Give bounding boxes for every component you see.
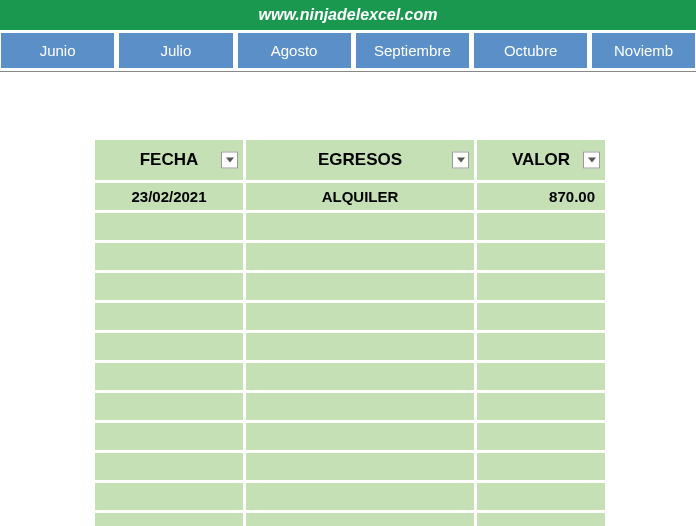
- empty-cell[interactable]: [95, 393, 243, 420]
- empty-cell[interactable]: [246, 453, 474, 480]
- table-row[interactable]: [95, 423, 605, 450]
- table-row[interactable]: [95, 513, 605, 526]
- table-row[interactable]: [95, 213, 605, 240]
- tab-septiembre[interactable]: Septiembre: [355, 32, 470, 69]
- empty-cell[interactable]: [95, 303, 243, 330]
- empty-cell[interactable]: [95, 483, 243, 510]
- tab-agosto[interactable]: Agosto: [237, 32, 352, 69]
- header-fecha: FECHA: [95, 140, 243, 180]
- data-table: FECHA EGRESOS VALOR 23/02/2021ALQUILER87…: [92, 137, 608, 526]
- table-row[interactable]: [95, 483, 605, 510]
- table-row[interactable]: [95, 393, 605, 420]
- empty-cell[interactable]: [246, 213, 474, 240]
- empty-cell[interactable]: [95, 333, 243, 360]
- empty-cell[interactable]: [246, 273, 474, 300]
- empty-cell[interactable]: [477, 423, 605, 450]
- empty-cell[interactable]: [477, 483, 605, 510]
- empty-cell[interactable]: [477, 273, 605, 300]
- table-row[interactable]: [95, 303, 605, 330]
- filter-dropdown-icon[interactable]: [452, 152, 469, 169]
- tab-junio[interactable]: Junio: [0, 32, 115, 69]
- empty-cell[interactable]: [95, 273, 243, 300]
- header-egresos-label: EGRESOS: [318, 150, 402, 169]
- tab-octubre[interactable]: Octubre: [473, 32, 588, 69]
- empty-cell[interactable]: [246, 393, 474, 420]
- empty-cell[interactable]: [246, 303, 474, 330]
- table-row[interactable]: [95, 453, 605, 480]
- empty-cell[interactable]: [95, 423, 243, 450]
- empty-cell[interactable]: [246, 333, 474, 360]
- cell-egresos[interactable]: ALQUILER: [246, 183, 474, 210]
- table-row[interactable]: [95, 243, 605, 270]
- empty-cell[interactable]: [477, 243, 605, 270]
- empty-cell[interactable]: [95, 213, 243, 240]
- cell-fecha[interactable]: 23/02/2021: [95, 183, 243, 210]
- empty-cell[interactable]: [95, 243, 243, 270]
- table-body: 23/02/2021ALQUILER870.00: [95, 183, 605, 526]
- content-area: FECHA EGRESOS VALOR 23/02/2021ALQUILER87…: [0, 72, 696, 526]
- empty-cell[interactable]: [95, 363, 243, 390]
- empty-cell[interactable]: [477, 363, 605, 390]
- table-row[interactable]: [95, 333, 605, 360]
- table-row[interactable]: [95, 273, 605, 300]
- header-valor-label: VALOR: [512, 150, 570, 169]
- header-valor: VALOR: [477, 140, 605, 180]
- empty-cell[interactable]: [246, 483, 474, 510]
- empty-cell[interactable]: [477, 303, 605, 330]
- filter-dropdown-icon[interactable]: [221, 152, 238, 169]
- header-url-text: www.ninjadelexcel.com: [258, 6, 437, 23]
- month-tabs-row: Junio Julio Agosto Septiembre Octubre No…: [0, 30, 696, 72]
- empty-cell[interactable]: [477, 513, 605, 526]
- table-row[interactable]: 23/02/2021ALQUILER870.00: [95, 183, 605, 210]
- empty-cell[interactable]: [477, 393, 605, 420]
- empty-cell[interactable]: [246, 243, 474, 270]
- empty-cell[interactable]: [246, 513, 474, 526]
- table-row[interactable]: [95, 363, 605, 390]
- empty-cell[interactable]: [95, 453, 243, 480]
- empty-cell[interactable]: [477, 333, 605, 360]
- tab-noviembre[interactable]: Noviemb: [591, 32, 696, 69]
- empty-cell[interactable]: [95, 513, 243, 526]
- empty-cell[interactable]: [477, 213, 605, 240]
- filter-dropdown-icon[interactable]: [583, 152, 600, 169]
- header-egresos: EGRESOS: [246, 140, 474, 180]
- cell-valor[interactable]: 870.00: [477, 183, 605, 210]
- table-header-row: FECHA EGRESOS VALOR: [95, 140, 605, 180]
- empty-cell[interactable]: [477, 453, 605, 480]
- empty-cell[interactable]: [246, 363, 474, 390]
- header-url-bar: www.ninjadelexcel.com: [0, 0, 696, 30]
- empty-cell[interactable]: [246, 423, 474, 450]
- tab-julio[interactable]: Julio: [118, 32, 233, 69]
- header-fecha-label: FECHA: [140, 150, 199, 169]
